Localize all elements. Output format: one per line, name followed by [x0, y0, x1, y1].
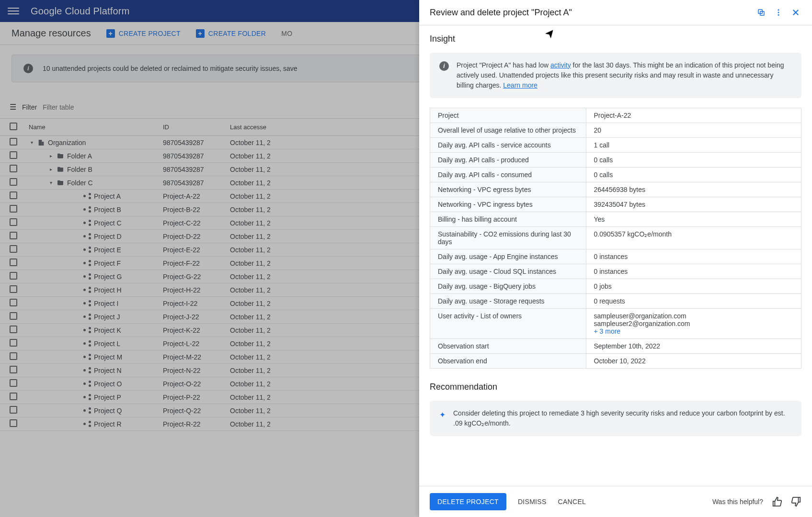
learn-more-link[interactable]: Learn more [503, 81, 538, 89]
insight-row: ProjectProject-A-22 [430, 108, 801, 123]
insight-row: Daily avg. usage - BigQuery jobs0 jobs [430, 279, 801, 294]
insight-key: Observation start [430, 339, 586, 354]
insight-key: User activity - List of owners [430, 309, 586, 339]
insight-row: Overall level of usage relative to other… [430, 123, 801, 138]
insight-value: Yes [586, 212, 801, 227]
insight-value: 0 requests [586, 294, 801, 309]
insight-key: Daily avg. usage - App Engine instances [430, 249, 586, 264]
svg-point-6 [778, 14, 779, 16]
insight-row: Sustainability - CO2 emissions during la… [430, 227, 801, 249]
recommendation-callout: ✦ Consider deleting this project to reme… [430, 401, 801, 436]
side-panel: Review and delete project "Project A" In… [419, 0, 812, 517]
lightbulb-icon: ✦ [439, 409, 446, 421]
insight-key: Overall level of usage relative to other… [430, 123, 586, 138]
insight-row: User activity - List of ownerssampleuser… [430, 309, 801, 339]
insight-value: 264456938 bytes [586, 182, 801, 197]
insight-row: Billing - has billing accountYes [430, 212, 801, 227]
panel-footer: DELETE PROJECT DISMISS CANCEL Was this h… [419, 486, 812, 517]
insight-value: 0 jobs [586, 279, 801, 294]
insight-value: 392435047 bytes [586, 197, 801, 212]
insight-value: 0.0905357 kgCO₂e/month [586, 227, 801, 249]
delete-project-button[interactable]: DELETE PROJECT [430, 493, 506, 510]
insight-key: Networking - VPC ingress bytes [430, 197, 586, 212]
helpful-label: Was this helpful? [712, 498, 763, 506]
insight-key: Daily avg. API calls - service accounts [430, 138, 586, 153]
insight-value: September 10th, 2022 [586, 339, 801, 354]
recommendation-text: Consider deleting this project to remedi… [453, 408, 792, 428]
insight-text: Project "Project A" has had low activity… [457, 60, 792, 90]
insight-key: Project [430, 108, 586, 123]
insight-key: Daily avg. usage - BigQuery jobs [430, 279, 586, 294]
thumbs-down-icon[interactable] [791, 496, 801, 507]
insight-key: Daily avg. API calls - consumed [430, 168, 586, 182]
insight-value: 0 calls [586, 168, 801, 182]
insight-row: Daily avg. API calls - consumed0 calls [430, 168, 801, 182]
insight-key: Observation end [430, 354, 586, 369]
insight-key: Daily avg. usage - Storage requests [430, 294, 586, 309]
info-icon: i [439, 61, 449, 71]
insight-row: Daily avg. usage - Cloud SQL instances0 … [430, 264, 801, 279]
insight-row: Daily avg. usage - Storage requests0 req… [430, 294, 801, 309]
insight-heading: Insight [430, 34, 801, 44]
insight-key: Daily avg. API calls - produced [430, 153, 586, 168]
insight-table: ProjectProject-A-22Overall level of usag… [430, 108, 801, 369]
svg-point-5 [778, 12, 779, 13]
copy-icon[interactable] [755, 7, 767, 18]
insight-value: Project-A-22 [586, 108, 801, 123]
svg-point-4 [778, 9, 779, 11]
insight-key: Sustainability - CO2 emissions during la… [430, 227, 586, 249]
insight-value: sampleuser@organization.comsampleuser2@o… [586, 309, 801, 339]
close-icon[interactable] [790, 7, 801, 18]
activity-link[interactable]: activity [550, 61, 571, 69]
dismiss-button[interactable]: DISMISS [518, 498, 547, 506]
insight-row: Daily avg. API calls - service accounts1… [430, 138, 801, 153]
panel-title: Review and delete project "Project A" [430, 8, 750, 18]
owner-email: sampleuser2@organization.com [594, 320, 794, 327]
insight-value: 20 [586, 123, 801, 138]
insight-row: Daily avg. API calls - produced0 calls [430, 153, 801, 168]
insight-row: Networking - VPC egress bytes264456938 b… [430, 182, 801, 197]
insight-value: 1 call [586, 138, 801, 153]
insight-key: Daily avg. usage - Cloud SQL instances [430, 264, 586, 279]
insight-row: Networking - VPC ingress bytes392435047 … [430, 197, 801, 212]
insight-value: 0 instances [586, 264, 801, 279]
insight-value: 0 instances [586, 249, 801, 264]
owner-email: sampleuser@organization.com [594, 312, 794, 320]
insight-row: Observation endOctober 10, 2022 [430, 354, 801, 369]
insight-value: 0 calls [586, 153, 801, 168]
insight-key: Billing - has billing account [430, 212, 586, 227]
owners-more-link[interactable]: + 3 more [594, 327, 794, 335]
insight-callout: i Project "Project A" has had low activi… [430, 53, 801, 98]
insight-key: Networking - VPC egress bytes [430, 182, 586, 197]
insight-value: October 10, 2022 [586, 354, 801, 369]
recommendation-heading: Recommendation [430, 382, 801, 392]
insight-row: Daily avg. usage - App Engine instances0… [430, 249, 801, 264]
more-vert-icon[interactable] [773, 7, 784, 18]
insight-row: Observation startSeptember 10th, 2022 [430, 339, 801, 354]
thumbs-up-icon[interactable] [772, 496, 782, 507]
cancel-button[interactable]: CANCEL [558, 498, 586, 506]
